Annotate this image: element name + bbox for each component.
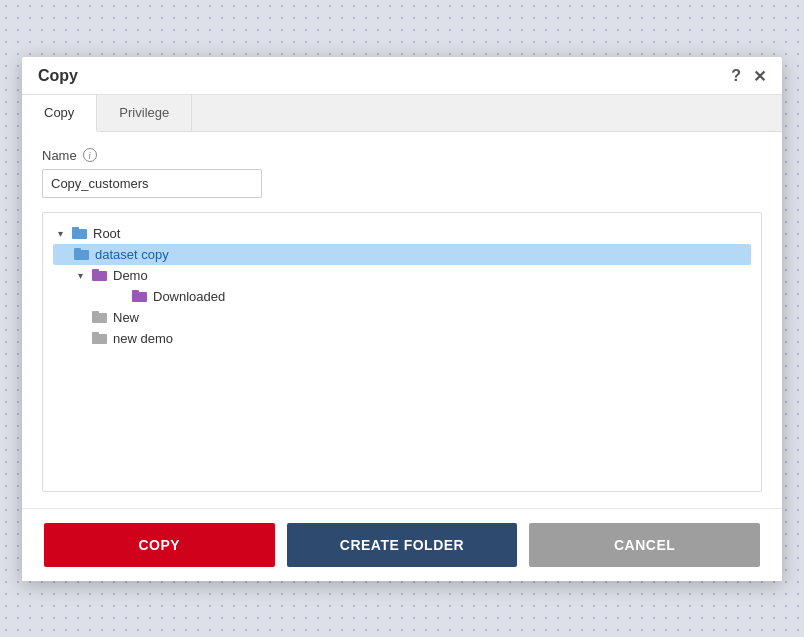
tree-node-new-demo[interactable]: new demo: [53, 328, 751, 349]
node-label-demo: Demo: [113, 268, 148, 283]
tree-node-demo[interactable]: ▾ Demo: [53, 265, 751, 286]
folder-icon-dataset-copy: [73, 247, 91, 261]
folder-icon-new: [91, 310, 109, 324]
tree-node-downloaded[interactable]: Downloaded: [53, 286, 751, 307]
toggle-icon-demo: ▾: [73, 270, 87, 281]
folder-tree: ▾ Root dataset copy: [42, 212, 762, 492]
svg-rect-11: [92, 332, 99, 336]
node-label-downloaded: Downloaded: [153, 289, 225, 304]
tab-copy[interactable]: Copy: [22, 95, 97, 132]
name-info-icon[interactable]: i: [83, 148, 97, 162]
folder-icon-demo: [91, 268, 109, 282]
tree-node-new[interactable]: New: [53, 307, 751, 328]
name-field-label: Name i: [42, 148, 762, 163]
svg-rect-9: [92, 311, 99, 315]
close-icon[interactable]: ✕: [753, 67, 766, 86]
dialog-header: Copy ? ✕: [22, 57, 782, 95]
tab-privilege[interactable]: Privilege: [97, 95, 192, 131]
node-label-root: Root: [93, 226, 120, 241]
dialog-body: Name i ▾ Root: [22, 132, 782, 508]
svg-rect-3: [74, 248, 81, 252]
create-folder-button[interactable]: CREATE FOLDER: [287, 523, 518, 567]
dialog-title: Copy: [38, 67, 78, 85]
name-input[interactable]: [42, 169, 262, 198]
header-icons: ? ✕: [731, 67, 766, 86]
node-label-new-demo: new demo: [113, 331, 173, 346]
svg-rect-7: [132, 290, 139, 294]
tree-node-dataset-copy[interactable]: dataset copy: [53, 244, 751, 265]
help-icon[interactable]: ?: [731, 67, 741, 85]
svg-rect-1: [72, 227, 79, 231]
tree-node-root[interactable]: ▾ Root: [53, 223, 751, 244]
folder-icon-downloaded: [131, 289, 149, 303]
tabs-container: Copy Privilege: [22, 95, 782, 132]
toggle-icon-root: ▾: [53, 228, 67, 239]
svg-rect-5: [92, 269, 99, 273]
folder-icon-new-demo: [91, 331, 109, 345]
node-label-dataset-copy: dataset copy: [95, 247, 169, 262]
cancel-button[interactable]: CANCEL: [529, 523, 760, 567]
copy-button[interactable]: COPY: [44, 523, 275, 567]
folder-icon-root: [71, 226, 89, 240]
node-label-new: New: [113, 310, 139, 325]
dialog-footer: COPY CREATE FOLDER CANCEL: [22, 508, 782, 581]
dialog: Copy ? ✕ Copy Privilege Name i ▾: [22, 57, 782, 581]
